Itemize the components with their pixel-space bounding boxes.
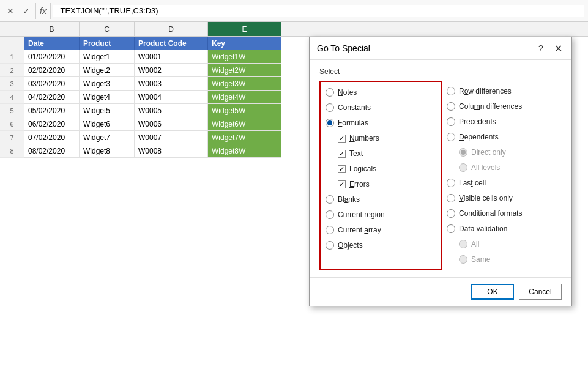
radio-objects[interactable] [326, 241, 334, 250]
radio-current-array[interactable] [326, 226, 334, 234]
option-all-levels[interactable]: All levels [459, 161, 557, 174]
formula-confirm-btn[interactable]: ✓ [20, 4, 33, 18]
cell-d-4[interactable]: W0004 [135, 91, 208, 104]
option-errors[interactable]: Errors [338, 177, 436, 191]
cell-c-1[interactable]: Widget1 [80, 50, 135, 64]
option-text[interactable]: Text [338, 147, 436, 160]
cell-b-6[interactable]: 06/02/2020 [24, 117, 80, 131]
cell-b-1[interactable]: 01/02/2020 [24, 50, 80, 64]
cell-e-header[interactable]: Key [208, 37, 281, 50]
radio-precedents[interactable] [447, 117, 455, 126]
option-all[interactable]: All [459, 237, 557, 251]
checkbox-logicals[interactable] [338, 165, 346, 173]
formula-input[interactable] [53, 5, 584, 17]
label-all: All [471, 240, 479, 248]
cell-e-6[interactable]: Widget6W [208, 117, 281, 131]
option-data-validation[interactable]: Data validation [447, 222, 557, 235]
option-notes[interactable]: Notes [326, 86, 436, 99]
option-blanks[interactable]: Blanks [326, 193, 436, 206]
radio-formulas[interactable] [326, 119, 334, 127]
cell-c-header[interactable]: Product [80, 37, 135, 50]
option-numbers[interactable]: Numbers [338, 132, 436, 145]
cell-c-8[interactable]: Widget8 [80, 144, 135, 158]
cell-e-8[interactable]: Widget8W [208, 144, 281, 158]
select-label: Select [319, 67, 562, 76]
dialog-close-button[interactable]: ✕ [552, 42, 564, 54]
cell-b-4[interactable]: 04/02/2020 [24, 91, 80, 104]
radio-constants[interactable] [326, 103, 334, 112]
cell-e-1[interactable]: Widget1W [208, 50, 281, 64]
cell-e-5[interactable]: Widget5W [208, 104, 281, 117]
radio-visible-cells[interactable] [447, 194, 455, 202]
cell-d-8[interactable]: W0008 [135, 144, 208, 158]
cell-b-5[interactable]: 05/02/2020 [24, 104, 80, 117]
radio-row-differences[interactable] [447, 87, 455, 95]
radio-conditional-formats[interactable] [447, 209, 455, 218]
radio-same[interactable] [459, 255, 467, 264]
cell-b-7[interactable]: 07/02/2020 [24, 131, 80, 144]
cell-e-2[interactable]: Widget2W [208, 64, 281, 77]
option-dependents[interactable]: Dependents [447, 130, 557, 144]
cell-c-4[interactable]: Widget4 [80, 91, 135, 104]
formula-cancel-btn[interactable]: ✕ [4, 4, 17, 18]
cell-d-header[interactable]: Product Code [135, 37, 208, 50]
option-same[interactable]: Same [459, 253, 557, 266]
cell-c-6[interactable]: Widget6 [80, 117, 135, 131]
cell-b-3[interactable]: 03/02/2020 [24, 77, 80, 91]
label-data-validation: Data validation [459, 224, 507, 233]
cell-c-5[interactable]: Widget5 [80, 104, 135, 117]
cell-e-4[interactable]: Widget4W [208, 91, 281, 104]
radio-all-levels[interactable] [459, 163, 467, 172]
radio-column-differences[interactable] [447, 102, 455, 111]
option-constants[interactable]: Constants [326, 101, 436, 114]
option-direct-only[interactable]: Direct only [459, 146, 557, 159]
radio-notes[interactable] [326, 88, 334, 97]
ok-button[interactable]: OK [471, 284, 514, 300]
radio-blanks[interactable] [326, 195, 334, 204]
checkbox-text[interactable] [338, 150, 346, 158]
option-precedents[interactable]: Precedents [447, 115, 557, 128]
checkbox-numbers[interactable] [338, 135, 346, 143]
cell-d-2[interactable]: W0002 [135, 64, 208, 77]
option-last-cell[interactable]: Last cell [447, 176, 557, 190]
cell-d-3[interactable]: W0003 [135, 77, 208, 91]
option-row-differences[interactable]: Row differences [447, 84, 557, 98]
radio-data-validation[interactable] [447, 224, 455, 233]
cell-c-7[interactable]: Widget7 [80, 131, 135, 144]
radio-all[interactable] [459, 240, 467, 248]
col-header-c: C [80, 22, 135, 36]
radio-direct-only[interactable] [459, 148, 467, 157]
cell-b-header[interactable]: Date [24, 37, 80, 50]
formula-bar: ✕ ✓ fx [0, 0, 588, 22]
cell-c-3[interactable]: Widget3 [80, 77, 135, 91]
cell-c-2[interactable]: Widget2 [80, 64, 135, 77]
cell-d-5[interactable]: W0005 [135, 104, 208, 117]
cell-d-6[interactable]: W0006 [135, 117, 208, 131]
dialog-controls: ? ✕ [535, 42, 564, 54]
option-objects[interactable]: Objects [326, 239, 436, 252]
radio-last-cell[interactable] [447, 179, 455, 187]
cell-b-2[interactable]: 02/02/2020 [24, 64, 80, 77]
cell-e-3[interactable]: Widget3W [208, 77, 281, 91]
radio-current-region[interactable] [326, 210, 334, 219]
option-current-array[interactable]: Current array [326, 223, 436, 237]
cell-b-8[interactable]: 08/02/2020 [24, 144, 80, 158]
row-num [0, 37, 24, 50]
option-formulas[interactable]: Formulas [326, 116, 436, 130]
label-current-array: Current array [338, 226, 381, 234]
option-current-region[interactable]: Current region [326, 208, 436, 221]
checkbox-errors[interactable] [338, 180, 346, 188]
dialog-help-button[interactable]: ? [535, 42, 547, 54]
cancel-button[interactable]: Cancel [519, 284, 562, 300]
cell-e-7[interactable]: Widget7W [208, 131, 281, 144]
option-column-differences[interactable]: Column differences [447, 100, 557, 113]
option-visible-cells[interactable]: Visible cells only [447, 191, 557, 205]
option-logicals[interactable]: Logicals [338, 162, 436, 176]
option-conditional-formats[interactable]: Conditional formats [447, 207, 557, 220]
dialog-titlebar: Go To Special ? ✕ [310, 37, 571, 60]
radio-dependents[interactable] [447, 133, 455, 141]
cell-d-7[interactable]: W0007 [135, 131, 208, 144]
label-text: Text [349, 149, 363, 158]
label-notes: Notes [338, 88, 357, 97]
cell-d-1[interactable]: W0001 [135, 50, 208, 64]
